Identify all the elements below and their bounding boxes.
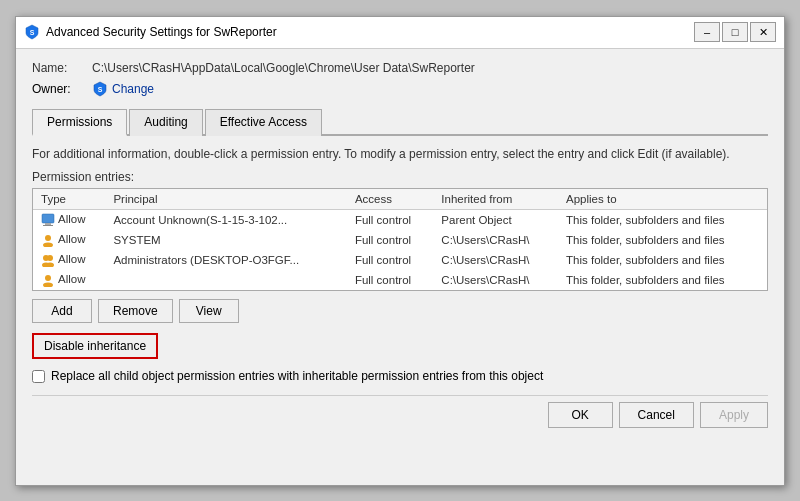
tabs-container: Permissions Auditing Effective Access [32,107,768,136]
checkbox-row: Replace all child object permission entr… [32,369,768,383]
cell-access: Full control [347,270,433,290]
col-principal: Principal [105,189,346,210]
svg-rect-3 [45,223,51,225]
svg-text:S: S [98,86,103,93]
svg-rect-4 [43,225,53,226]
cell-inherited: C:\Users\CRasH\ [433,250,558,270]
dialog-buttons: OK Cancel Apply [32,395,768,428]
cell-applies: This folder, subfolders and files [558,250,767,270]
title-bar-left: S Advanced Security Settings for SwRepor… [24,24,277,40]
permission-table-wrapper: Type Principal Access Inherited from App… [32,188,768,291]
cell-principal: Account Unknown(S-1-15-3-102... [105,210,346,231]
checkbox-label: Replace all child object permission entr… [51,369,543,383]
minimize-button[interactable]: – [694,22,720,42]
ok-button[interactable]: OK [548,402,613,428]
svg-point-5 [45,235,51,241]
maximize-button[interactable]: □ [722,22,748,42]
svg-text:S: S [30,29,35,36]
cell-applies: This folder, subfolders and files [558,230,767,250]
svg-rect-2 [42,214,54,223]
cell-principal: SYSTEM [105,230,346,250]
svg-point-12 [43,283,53,288]
cell-type: Allow [33,230,105,250]
tab-permissions[interactable]: Permissions [32,109,127,136]
cell-inherited: C:\Users\CRasH\ [433,270,558,290]
cell-inherited: Parent Object [433,210,558,231]
disable-inheritance-wrapper: Disable inheritance [32,333,768,369]
owner-row: Owner: S Change [32,81,768,97]
col-inherited: Inherited from [433,189,558,210]
window-title: Advanced Security Settings for SwReporte… [46,25,277,39]
table-row[interactable]: AllowAdministrators (DESKTOP-O3FGF...Ful… [33,250,767,270]
apply-button[interactable]: Apply [700,402,768,428]
replace-permissions-checkbox[interactable] [32,370,45,383]
cell-access: Full control [347,210,433,231]
col-applies: Applies to [558,189,767,210]
cell-principal: Administrators (DESKTOP-O3FGF... [105,250,346,270]
tab-auditing[interactable]: Auditing [129,109,202,136]
main-window: S Advanced Security Settings for SwRepor… [15,16,785,486]
close-button[interactable]: ✕ [750,22,776,42]
change-label: Change [112,82,154,96]
info-text: For additional information, double-click… [32,146,768,163]
svg-point-11 [45,275,51,281]
table-header-row: Type Principal Access Inherited from App… [33,189,767,210]
change-link[interactable]: S Change [92,81,154,97]
disable-inheritance-button[interactable]: Disable inheritance [32,333,158,359]
svg-point-6 [43,243,53,248]
cell-principal [105,270,346,290]
title-bar: S Advanced Security Settings for SwRepor… [16,17,784,49]
cancel-button[interactable]: Cancel [619,402,694,428]
permission-table: Type Principal Access Inherited from App… [33,189,767,290]
title-buttons: – □ ✕ [694,22,776,42]
cell-applies: This folder, subfolders and files [558,270,767,290]
cell-type: Allow [33,250,105,270]
table-row[interactable]: AllowFull controlC:\Users\CRasH\This fol… [33,270,767,290]
dialog-content: Name: C:\Users\CRasH\AppData\Local\Googl… [16,49,784,441]
svg-point-8 [47,255,53,261]
owner-label: Owner: [32,82,92,96]
table-row[interactable]: AllowSYSTEMFull controlC:\Users\CRasH\Th… [33,230,767,250]
col-access: Access [347,189,433,210]
action-buttons: Add Remove View [32,299,768,323]
tab-effective-access[interactable]: Effective Access [205,109,322,136]
add-button[interactable]: Add [32,299,92,323]
section-label: Permission entries: [32,170,768,184]
shield-blue-icon: S [92,81,108,97]
window-icon: S [24,24,40,40]
name-label: Name: [32,61,92,75]
col-type: Type [33,189,105,210]
name-value: C:\Users\CRasH\AppData\Local\Google\Chro… [92,61,475,75]
cell-applies: This folder, subfolders and files [558,210,767,231]
table-row[interactable]: AllowAccount Unknown(S-1-15-3-102...Full… [33,210,767,231]
cell-type: Allow [33,210,105,231]
name-row: Name: C:\Users\CRasH\AppData\Local\Googl… [32,61,768,75]
cell-access: Full control [347,230,433,250]
cell-type: Allow [33,270,105,290]
remove-button[interactable]: Remove [98,299,173,323]
view-button[interactable]: View [179,299,239,323]
cell-inherited: C:\Users\CRasH\ [433,230,558,250]
cell-access: Full control [347,250,433,270]
